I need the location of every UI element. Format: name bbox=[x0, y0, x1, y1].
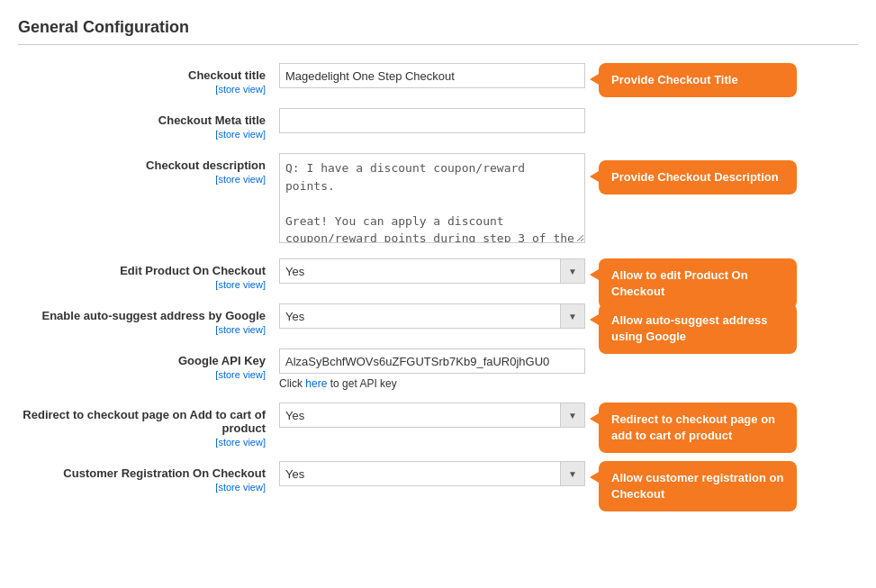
checkout-meta-title-row: Checkout Meta title [store view] bbox=[18, 108, 858, 140]
checkout-title-label-col: Checkout title [store view] bbox=[18, 63, 279, 95]
customer-registration-select-wrapper: Yes No ▼ bbox=[279, 461, 585, 486]
customer-registration-label-col: Customer Registration On Checkout [store… bbox=[18, 461, 279, 493]
edit-product-select[interactable]: Yes No bbox=[279, 258, 585, 284]
edit-product-row: Edit Product On Checkout [store view] Ye… bbox=[18, 258, 858, 291]
checkout-description-row: Checkout description [store view] Q: I h… bbox=[18, 153, 858, 246]
auto-suggest-storeview: [store view] bbox=[215, 324, 266, 335]
redirect-add-to-cart-label-col: Redirect to checkout page on Add to cart… bbox=[18, 403, 279, 448]
page-title: General Configuration bbox=[18, 18, 858, 45]
checkout-meta-title-label-col: Checkout Meta title [store view] bbox=[18, 108, 279, 140]
google-api-key-label-col: Google API Key [store view] bbox=[18, 348, 279, 381]
edit-product-select-wrapper: Yes No ▼ bbox=[279, 258, 585, 284]
checkout-meta-title-input-col bbox=[279, 108, 858, 133]
auto-suggest-input-col: Yes No ▼ Allow auto-suggest address usin… bbox=[279, 303, 858, 329]
api-key-link[interactable]: here bbox=[305, 377, 327, 390]
checkout-meta-title-input[interactable] bbox=[279, 108, 585, 133]
checkout-description-storeview: [store view] bbox=[215, 174, 266, 185]
auto-suggest-tooltip: Allow auto-suggest address using Google bbox=[599, 303, 797, 354]
redirect-add-to-cart-input-col: Yes No ▼ Redirect to checkout page on ad… bbox=[279, 403, 858, 428]
auto-suggest-select[interactable]: Yes No bbox=[279, 303, 585, 329]
checkout-title-row: Checkout title [store view] Provide Chec… bbox=[18, 63, 858, 95]
customer-registration-input-col: Yes No ▼ Allow customer registration on … bbox=[279, 461, 858, 486]
general-configuration-form: Checkout title [store view] Provide Chec… bbox=[18, 63, 858, 493]
checkout-description-input-col: Q: I have a discount coupon/reward point… bbox=[279, 153, 858, 246]
auto-suggest-select-wrapper: Yes No ▼ bbox=[279, 303, 585, 329]
edit-product-label-col: Edit Product On Checkout [store view] bbox=[18, 258, 279, 291]
checkout-description-tooltip: Provide Checkout Description bbox=[599, 160, 797, 194]
customer-registration-tooltip: Allow customer registration on Checkout bbox=[599, 461, 797, 511]
auto-suggest-label: Enable auto-suggest address by Google bbox=[18, 309, 266, 322]
redirect-add-to-cart-label: Redirect to checkout page on Add to cart… bbox=[18, 408, 266, 435]
checkout-title-input[interactable] bbox=[279, 63, 585, 88]
checkout-meta-title-label: Checkout Meta title bbox=[18, 113, 266, 127]
customer-registration-storeview: [store view] bbox=[215, 482, 266, 493]
checkout-meta-title-storeview: [store view] bbox=[215, 129, 266, 140]
redirect-add-to-cart-tooltip: Redirect to checkout page on add to cart… bbox=[599, 403, 797, 453]
google-api-key-storeview: [store view] bbox=[215, 369, 266, 380]
google-api-key-input[interactable] bbox=[279, 348, 585, 374]
google-api-key-row: Google API Key [store view] Click here t… bbox=[18, 348, 858, 390]
google-api-key-input-col: Click here to get API key bbox=[279, 348, 858, 390]
checkout-description-label-col: Checkout description [store view] bbox=[18, 153, 279, 185]
edit-product-label: Edit Product On Checkout bbox=[18, 264, 266, 277]
redirect-add-to-cart-select[interactable]: Yes No bbox=[279, 403, 585, 428]
checkout-description-label: Checkout description bbox=[18, 158, 266, 172]
google-api-key-label: Google API Key bbox=[18, 354, 266, 367]
checkout-title-input-col: Provide Checkout Title bbox=[279, 63, 858, 88]
customer-registration-select[interactable]: Yes No bbox=[279, 461, 585, 486]
checkout-title-tooltip: Provide Checkout Title bbox=[599, 63, 797, 97]
edit-product-tooltip: Allow to edit Product On Checkout bbox=[599, 258, 797, 309]
checkout-description-textarea[interactable]: Q: I have a discount coupon/reward point… bbox=[279, 153, 585, 243]
customer-registration-label: Customer Registration On Checkout bbox=[18, 466, 266, 480]
customer-registration-row: Customer Registration On Checkout [store… bbox=[18, 461, 858, 493]
edit-product-input-col: Yes No ▼ Allow to edit Product On Checko… bbox=[279, 258, 858, 284]
redirect-add-to-cart-storeview: [store view] bbox=[215, 437, 266, 448]
auto-suggest-row: Enable auto-suggest address by Google [s… bbox=[18, 303, 858, 336]
edit-product-storeview: [store view] bbox=[215, 279, 266, 290]
checkout-title-storeview: [store view] bbox=[215, 84, 266, 95]
auto-suggest-label-col: Enable auto-suggest address by Google [s… bbox=[18, 303, 279, 336]
checkout-title-label: Checkout title bbox=[18, 68, 266, 82]
redirect-add-to-cart-row: Redirect to checkout page on Add to cart… bbox=[18, 403, 858, 448]
api-key-link-text: Click here to get API key bbox=[279, 377, 858, 390]
redirect-add-to-cart-select-wrapper: Yes No ▼ bbox=[279, 403, 585, 428]
